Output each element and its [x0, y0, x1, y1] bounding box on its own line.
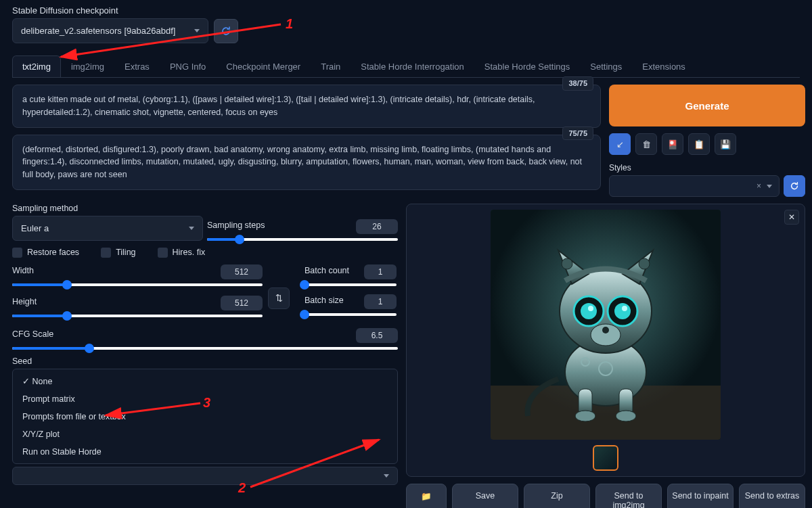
width-value[interactable]: 512	[221, 264, 263, 279]
refresh-icon	[790, 181, 799, 191]
sampling-method-select[interactable]: Euler a	[12, 216, 203, 241]
seed-label: Seed	[12, 356, 398, 366]
close-output-button[interactable]: ✕	[784, 210, 799, 225]
swap-wh-button[interactable]: ⇅	[268, 287, 290, 309]
batch-count-value[interactable]: 1	[364, 264, 397, 279]
negative-prompt-textarea[interactable]: 75/75 (deformed, distorted, disfigured:1…	[12, 135, 601, 190]
batch-count-slider[interactable]	[304, 283, 397, 286]
svg-point-10	[588, 306, 593, 311]
sampling-steps-value[interactable]: 26	[356, 219, 398, 234]
cfg-value[interactable]: 6.5	[356, 328, 398, 343]
sampling-steps-label: Sampling steps	[207, 221, 265, 230]
script-menu-item[interactable]: Prompts from file or textbox	[13, 408, 397, 425]
prompt-textarea[interactable]: 38/75 a cute kitten made out of metal, (…	[12, 85, 601, 128]
generated-image[interactable]	[491, 210, 721, 440]
chevron-down-icon	[767, 185, 772, 188]
batch-size-value[interactable]: 1	[364, 294, 397, 309]
send-inpaint-button[interactable]: Send to inpaint	[667, 484, 734, 508]
checkpoint-select[interactable]: deliberate_v2.safetensors [9aba26abdf]	[12, 18, 208, 43]
tab-horde-int[interactable]: Stable Horde Interrogation	[351, 55, 474, 77]
send-extras-button[interactable]: Send to extras	[739, 484, 805, 508]
sampling-steps-slider[interactable]	[207, 238, 398, 241]
send-img2img-button[interactable]: Send to img2img	[595, 484, 662, 508]
open-folder-button[interactable]: 📁	[406, 484, 447, 508]
chevron-down-icon	[384, 474, 389, 478]
cfg-slider[interactable]	[12, 347, 398, 350]
cfg-label: CFG Scale	[12, 329, 53, 339]
prompt-text: a cute kitten made out of metal, (cyborg…	[22, 95, 535, 117]
sampling-method-value: Euler a	[21, 223, 49, 233]
refresh-checkpoint-button[interactable]	[214, 19, 238, 43]
swap-icon: ⇅	[275, 293, 283, 303]
tiling-checkbox[interactable]: Tiling	[101, 248, 135, 258]
save-button[interactable]: Save	[452, 484, 518, 508]
restore-faces-checkbox[interactable]: Restore faces	[12, 248, 79, 258]
tool-button-clipboard[interactable]: 📋	[688, 133, 710, 155]
svg-point-16	[575, 411, 595, 421]
save-icon: 💾	[720, 139, 731, 149]
script-menu-item[interactable]: Prompt matrix	[13, 390, 397, 408]
checkpoint-label: Stable Diffusion checkpoint	[12, 5, 800, 16]
tab-horde-set[interactable]: Stable Horde Settings	[474, 55, 580, 77]
script-menu: ✓ NonePrompt matrixPrompts from file or …	[12, 369, 398, 464]
height-slider[interactable]	[12, 315, 263, 317]
robot-kitten-image	[491, 210, 721, 440]
tab-img2img[interactable]: img2img	[61, 55, 114, 77]
prompt-token-count: 38/75	[562, 76, 593, 91]
tool-button-trash[interactable]: 🗑	[635, 133, 657, 155]
output-panel: ✕	[406, 204, 805, 477]
svg-point-8	[581, 303, 597, 319]
script-menu-item[interactable]: ✓ None	[13, 372, 397, 390]
generate-button[interactable]: Generate	[609, 85, 805, 126]
height-label: Height	[12, 297, 37, 306]
main-tabs: txt2imgimg2imgExtrasPNG InfoCheckpoint M…	[12, 55, 800, 78]
tool-button-save[interactable]: 💾	[715, 133, 736, 155]
svg-point-13	[602, 327, 609, 333]
tab-merger[interactable]: Checkpoint Merger	[216, 55, 311, 77]
tool-button-3[interactable]: 🎴	[662, 133, 683, 155]
svg-point-11	[622, 306, 627, 311]
clipboard-icon: 📋	[694, 139, 704, 149]
chevron-down-icon	[194, 29, 200, 32]
neg-prompt-text: (deformed, distorted, disfigured:1.3), p…	[22, 145, 582, 180]
checkpoint-value: deliberate_v2.safetensors [9aba26abdf]	[21, 26, 175, 36]
tab-pnginfo[interactable]: PNG Info	[160, 55, 216, 77]
arrow-enter-icon: ↙	[616, 139, 624, 149]
height-value[interactable]: 512	[221, 296, 263, 310]
batch-size-label: Batch size	[304, 296, 344, 305]
image-icon: 🎴	[667, 139, 678, 149]
zip-button[interactable]: Zip	[524, 484, 590, 508]
refresh-styles-button[interactable]	[784, 175, 805, 197]
refresh-icon	[221, 26, 231, 37]
width-label: Width	[12, 266, 34, 275]
styles-label: Styles	[609, 163, 805, 172]
script-menu-item[interactable]: X/Y/Z plot	[13, 425, 397, 443]
svg-point-9	[614, 303, 631, 319]
output-thumbnail[interactable]	[593, 445, 618, 471]
width-slider[interactable]	[12, 283, 263, 286]
sampling-method-label: Sampling method	[12, 204, 203, 213]
script-select[interactable]	[12, 467, 398, 485]
hires-fix-checkbox[interactable]: Hires. fix	[158, 248, 206, 258]
tab-settings[interactable]: Settings	[580, 55, 632, 77]
tool-button-1[interactable]: ↙	[609, 133, 631, 155]
script-menu-item[interactable]: Run on Stable Horde	[13, 443, 397, 461]
batch-size-slider[interactable]	[304, 313, 397, 316]
tab-train[interactable]: Train	[311, 55, 351, 77]
neg-prompt-token-count: 75/75	[562, 126, 593, 141]
close-icon: ✕	[788, 212, 795, 222]
tab-extras[interactable]: Extras	[114, 55, 160, 77]
svg-point-17	[616, 411, 636, 421]
batch-count-label: Batch count	[304, 266, 349, 275]
trash-icon: 🗑	[642, 139, 651, 149]
styles-select[interactable]: ×	[609, 175, 780, 197]
tab-txt2img[interactable]: txt2img	[12, 55, 61, 77]
tab-extensions[interactable]: Extensions	[632, 55, 696, 77]
styles-clear-button[interactable]: ×	[757, 181, 761, 191]
svg-point-4	[562, 258, 572, 269]
chevron-down-icon	[189, 227, 194, 230]
svg-point-5	[639, 258, 650, 269]
